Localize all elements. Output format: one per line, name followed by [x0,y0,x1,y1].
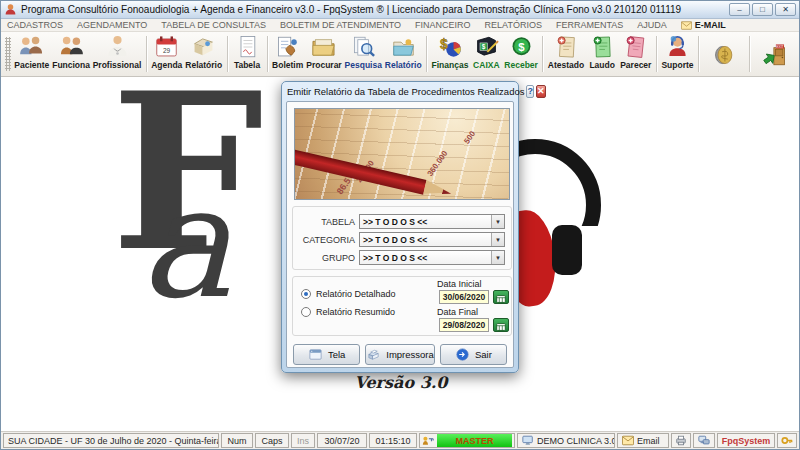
status-printer[interactable] [671,433,691,448]
data-final-label: Data Final [437,307,478,317]
tabela-combobox[interactable]: >> T O D O S << ▼ [359,214,505,229]
employees-icon [58,34,85,60]
toolbar-agenda[interactable]: 29 Agenda [150,33,184,75]
toolbar-label: Relatório [385,60,422,70]
menu-ajuda[interactable]: AJUDA [637,20,667,30]
maximize-button[interactable]: □ [752,3,773,16]
toolbar-boletim[interactable]: Boletim [271,33,305,75]
toolbar-separator [698,36,699,72]
menu-relatorios[interactable]: RELATÓRIOS [485,20,542,30]
toolbar-label: Tabela [234,60,260,70]
menu-boletim-de-atendimento[interactable]: BOLETIM DE ATENDIMENTO [280,20,401,30]
status-security[interactable] [777,433,797,448]
categoria-combobox[interactable]: >> T O D O S << ▼ [359,232,505,247]
toolbar-label: Pesquisa [345,60,382,70]
toolbar-separator [426,36,427,72]
menu-cadastros[interactable]: CADASTROS [7,20,63,30]
toolbar-separator [146,36,147,72]
user-key-icon [422,435,434,446]
menu-ferramentas[interactable]: FERRAMENTAS [556,20,623,30]
data-inicial-calendar-button[interactable] [493,290,509,304]
svg-text:29: 29 [163,47,171,54]
printer-icon [675,435,687,446]
close-button[interactable]: ✕ [775,3,796,16]
data-inicial-field[interactable]: 30/06/2020 [439,290,489,304]
titlebar: Programa Consultório Fonoaudiologia + Ag… [1,1,799,19]
monitor-icon [522,435,534,446]
toolbar-receber[interactable]: $ Receber [503,33,540,75]
toolbar-label: Parecer [620,60,651,70]
toolbar-label: Boletim [272,60,303,70]
svg-text:EXIT: EXIT [776,44,783,48]
menubar: CADASTROS AGENDAMENTO TABELA DE CONSULTA… [1,19,799,32]
menu-agendamento[interactable]: AGENDAMENTO [77,20,147,30]
grupo-label: GRUPO [299,253,355,263]
exit-arrow-icon [455,347,470,362]
toolbar-sair[interactable]: EXIT [753,33,797,75]
toolbar-label: Funciona [52,60,90,70]
toolbar-label: Agenda [151,60,182,70]
chevron-down-icon[interactable]: ▼ [491,215,504,228]
sair-button[interactable]: Sair [440,344,507,365]
menu-financeiro[interactable]: FINANCEIRO [415,20,471,30]
toolbar-relatorio-agenda[interactable]: Relatório [184,33,224,75]
toolbar-financas[interactable]: $ Finanças [430,33,470,75]
toolbar-label: Atestado [548,60,584,70]
logo-letter-a: a [139,165,231,320]
toolbar: Paciente Funciona Profissional 29 Agenda… [1,32,799,77]
radio-resumido[interactable]: Relatório Resumido [301,307,395,317]
dialog-titlebar: Emitir Relatório da Tabela de Procedimen… [282,82,518,101]
toolbar-laudo[interactable]: Laudo [586,33,619,75]
radio-detalhado[interactable]: Relatório Detalhado [301,289,396,299]
radio-button[interactable] [301,289,311,299]
status-email[interactable]: Email [617,433,669,448]
toolbar-tabela[interactable]: Tabela [231,33,264,75]
toolbar-label: Profissional [93,60,142,70]
menu-email[interactable]: E-MAIL [681,20,726,30]
medical-report-icon [589,34,616,60]
status-location: SUA CIDADE - UF 30 de Julho de 2020 - Qu… [3,433,219,448]
toolbar-relatorio-pesquisa[interactable]: Relatório [383,33,423,75]
data-final-calendar-button[interactable] [493,318,509,332]
toolbar-label: CAIXA [473,60,499,70]
toolbar-moeda[interactable] [702,33,746,75]
toolbar-grip[interactable] [5,37,11,71]
status-caps: Caps [255,433,289,448]
toolbar-paciente[interactable]: Paciente [13,33,51,75]
window-title: Programa Consultório Fonoaudiologia + Ag… [21,4,725,15]
status-ins: Ins [291,433,315,448]
impressora-button[interactable]: Impressora [365,344,435,365]
tela-button[interactable]: Tela [293,344,360,365]
certificate-icon [553,34,580,60]
tabela-label: TABELA [299,217,355,227]
toolbar-funcionaria[interactable]: Funciona [51,33,92,75]
grupo-combobox[interactable]: >> T O D O S << ▼ [359,250,505,265]
dialog-help-button[interactable]: ? [526,85,534,98]
toolbar-pesquisa[interactable]: Pesquisa [343,33,383,75]
toolbar-suporte[interactable]: Suporte [660,33,695,75]
minimize-button[interactable]: – [729,3,750,16]
toolbar-profissional[interactable]: Profissional [91,33,142,75]
menu-tabela-de-consultas[interactable]: TABELA DE CONSULTAS [161,20,266,30]
categoria-label: CATEGORIA [299,235,355,245]
filters-groupbox: TABELA >> T O D O S << ▼ CATEGORIA >> T … [292,206,512,270]
chevron-down-icon[interactable]: ▼ [491,251,504,264]
calendar-icon: 29 [153,34,180,60]
status-num: Num [221,433,253,448]
data-final-field[interactable]: 29/08/2020 [439,318,489,332]
dialog-body: 500 360.000 26.300 86.5 TABELA >> T O D … [286,101,514,368]
radio-button[interactable] [301,307,311,317]
status-network[interactable] [693,433,715,448]
toolbar-separator [227,36,228,72]
toolbar-procurar[interactable]: Procurar [305,33,343,75]
chevron-down-icon[interactable]: ▼ [491,233,504,246]
computer-network-icon [698,435,710,446]
dialog-close-button[interactable]: ✕ [536,85,546,98]
toolbar-label: Finanças [432,60,469,70]
toolbar-parecer[interactable]: Parecer [619,33,653,75]
toolbar-atestado[interactable]: Atestado [546,33,585,75]
patients-icon [18,34,45,60]
options-groupbox: Relatório Detalhado Relatório Resumido D… [292,276,512,336]
receive-money-icon: $ [508,34,535,60]
toolbar-caixa[interactable]: $ CAIXA [470,33,503,75]
